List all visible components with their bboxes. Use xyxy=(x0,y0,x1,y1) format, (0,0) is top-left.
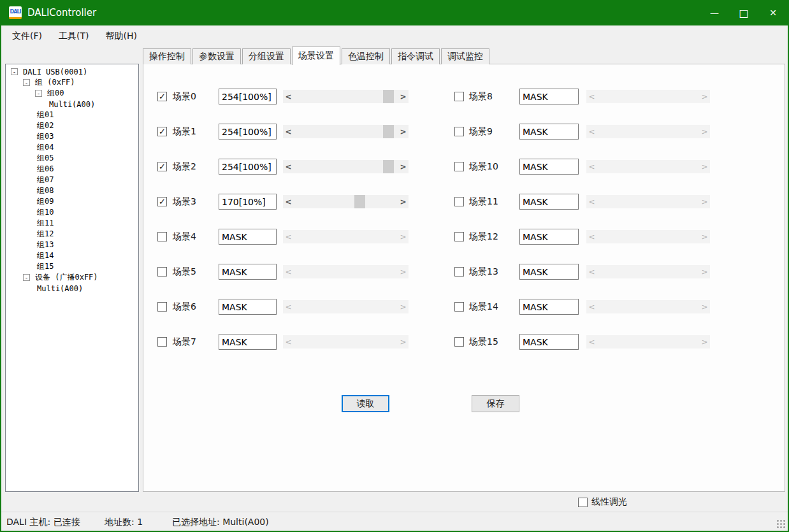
tree-item-label: 组11 xyxy=(35,218,54,229)
device-tree[interactable]: -DALI USB(0001)-组 (0xFF)-组00Multi(A00)组0… xyxy=(5,64,139,492)
tree-item[interactable]: Multi(A00) xyxy=(6,99,138,110)
menu-item[interactable]: 工具(T) xyxy=(50,26,97,47)
scene-slider: <> xyxy=(586,230,710,243)
tree-item[interactable]: 组14 xyxy=(6,250,138,261)
close-button[interactable]: ✕ xyxy=(758,0,788,25)
tree-item-label: Multi(A00) xyxy=(47,100,95,109)
scene-checkbox[interactable] xyxy=(454,267,464,277)
tree-item[interactable]: 组02 xyxy=(6,120,138,131)
tree-item[interactable]: 组03 xyxy=(6,131,138,142)
scene-settings-page: ✓场景0<>✓场景1<>✓场景2<>✓场景3<>场景4<>场景5<>场景6<>场… xyxy=(143,64,785,492)
scene-value-input[interactable] xyxy=(519,124,579,140)
scene-label: 场景8 xyxy=(469,91,493,103)
tree-item-label: 组10 xyxy=(35,207,54,218)
scene-row: 场景14<> xyxy=(143,299,785,316)
tree-item[interactable]: 组01 xyxy=(6,110,138,120)
scroll-right-icon: > xyxy=(699,90,710,103)
scene-value-input[interactable] xyxy=(519,159,579,175)
resize-grip-icon[interactable] xyxy=(776,519,786,529)
scroll-left-icon: < xyxy=(586,335,597,349)
minimize-button[interactable]: — xyxy=(700,0,729,25)
tree-item[interactable]: -组00 xyxy=(6,88,138,99)
tree-item[interactable]: -组 (0xFF) xyxy=(6,77,138,88)
menu-item[interactable]: 帮助(H) xyxy=(97,26,145,47)
tab-色温控制[interactable]: 色温控制 xyxy=(342,48,390,64)
scene-checkbox[interactable] xyxy=(454,337,464,347)
scene-row: 场景8<> xyxy=(143,89,785,106)
slider-track xyxy=(597,195,699,208)
slider-track xyxy=(597,265,699,278)
tree-expander-icon[interactable]: - xyxy=(23,274,30,281)
tree-item[interactable]: -设备 (广播0xFF) xyxy=(6,272,138,283)
tree-item-label: 组05 xyxy=(35,153,54,164)
scroll-left-icon: < xyxy=(586,90,597,103)
scene-checkbox[interactable] xyxy=(454,197,464,206)
tab-参数设置[interactable]: 参数设置 xyxy=(192,48,241,64)
tree-item-label: 组06 xyxy=(35,164,54,175)
scene-label: 场景15 xyxy=(469,336,498,348)
scene-row: 场景9<> xyxy=(143,124,785,141)
scroll-left-icon: < xyxy=(586,125,597,138)
menu-item[interactable]: 文件(F) xyxy=(4,26,50,47)
scene-row: 场景11<> xyxy=(143,194,785,211)
tree-item[interactable]: -DALI USB(0001) xyxy=(6,66,138,77)
scene-value-input[interactable] xyxy=(519,299,579,315)
scene-label: 场景14 xyxy=(469,301,498,313)
scroll-right-icon: > xyxy=(699,265,710,278)
tree-item-label: 组08 xyxy=(35,185,54,196)
scene-checkbox[interactable] xyxy=(454,92,464,101)
read-button[interactable]: 读取 xyxy=(342,395,389,412)
slider-track xyxy=(597,300,699,313)
scroll-right-icon: > xyxy=(699,335,710,349)
tree-item-label: 组09 xyxy=(35,196,54,207)
tab-指令调试[interactable]: 指令调试 xyxy=(391,48,440,64)
tree-item[interactable]: Multi(A00) xyxy=(6,283,138,294)
tree-item[interactable]: 组13 xyxy=(6,240,138,250)
tree-item[interactable]: 组07 xyxy=(6,175,138,185)
scene-value-input[interactable] xyxy=(519,89,579,104)
tree-item-label: 组07 xyxy=(35,175,54,185)
tree-item[interactable]: 组12 xyxy=(6,229,138,240)
tree-item-label: 组01 xyxy=(35,110,54,120)
tree-item[interactable]: 组15 xyxy=(6,261,138,272)
tree-expander-icon[interactable]: - xyxy=(35,90,42,97)
app-window: DALI DALIController — □ ✕ 文件(F)工具(T)帮助(H… xyxy=(0,0,789,532)
tree-item-label: 组 (0xFF) xyxy=(33,77,75,88)
slider-track xyxy=(597,125,699,138)
tree-item[interactable]: 组05 xyxy=(6,153,138,164)
tree-item[interactable]: 组08 xyxy=(6,185,138,196)
scene-row: 场景12<> xyxy=(143,229,785,246)
tab-调试监控[interactable]: 调试监控 xyxy=(441,48,489,64)
tree-expander-icon[interactable]: - xyxy=(23,79,30,86)
linear-dimming-option[interactable]: 线性调光 xyxy=(578,496,627,508)
scene-value-input[interactable] xyxy=(519,334,579,350)
tree-item-label: 组02 xyxy=(35,120,54,131)
scene-checkbox[interactable] xyxy=(454,127,464,136)
save-button[interactable]: 保存 xyxy=(472,395,519,412)
tree-expander-icon[interactable]: - xyxy=(11,68,18,75)
scene-label: 场景10 xyxy=(469,161,498,173)
scene-label: 场景13 xyxy=(469,266,498,278)
tree-item-label: Multi(A00) xyxy=(35,284,83,293)
maximize-button[interactable]: □ xyxy=(729,0,758,25)
tree-item[interactable]: 组09 xyxy=(6,196,138,207)
app-icon: DALI xyxy=(9,6,22,19)
scene-checkbox[interactable] xyxy=(454,302,464,312)
scene-value-input[interactable] xyxy=(519,264,579,280)
scroll-left-icon: < xyxy=(586,195,597,208)
scene-checkbox[interactable] xyxy=(454,232,464,241)
scene-value-input[interactable] xyxy=(519,229,579,245)
tree-item[interactable]: 组10 xyxy=(6,207,138,218)
linear-dimming-checkbox[interactable] xyxy=(578,498,588,507)
status-selected-address: 已选择地址: Multi(A00) xyxy=(172,517,269,528)
tree-item[interactable]: 组04 xyxy=(6,142,138,153)
tree-item[interactable]: 组11 xyxy=(6,218,138,229)
tab-分组设置[interactable]: 分组设置 xyxy=(242,48,291,64)
scene-slider: <> xyxy=(586,125,710,138)
statusbar: DALI 主机: 已连接 地址数: 1 已选择地址: Multi(A00) xyxy=(1,512,788,531)
scene-value-input[interactable] xyxy=(519,194,579,210)
tree-item[interactable]: 组06 xyxy=(6,164,138,175)
scene-checkbox[interactable] xyxy=(454,162,464,171)
tab-场景设置[interactable]: 场景设置 xyxy=(292,47,340,65)
tab-操作控制[interactable]: 操作控制 xyxy=(143,48,191,64)
